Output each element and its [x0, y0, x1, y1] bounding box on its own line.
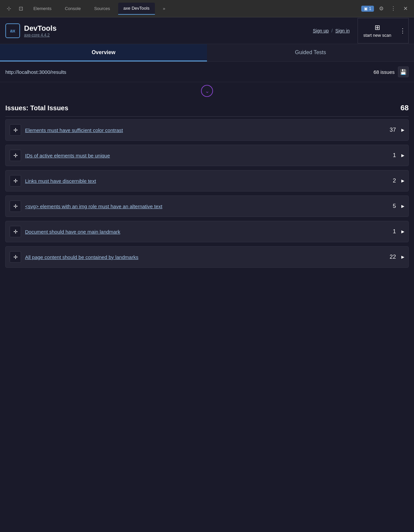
issue-icon-4: ✛: [10, 226, 21, 237]
tab-overview-label: Overview: [91, 49, 115, 55]
scan-label: start new scan: [363, 33, 391, 38]
issue-icon-2: ✛: [10, 175, 21, 186]
issue-icon-0: ✛: [10, 124, 21, 136]
issue-arrow-1: ▶: [401, 153, 404, 158]
issue-text-3: <svg> elements with an img role must hav…: [25, 203, 389, 210]
save-button[interactable]: 💾: [398, 66, 409, 77]
issue-count-2: 2: [393, 177, 396, 184]
issue-item-1[interactable]: ✛ IDs of active elements must be unique …: [5, 145, 409, 166]
app-header: ax DevTools axe-core 4.4.2 Sign up / Sig…: [0, 17, 414, 44]
issues-list: ✛ Elements must have sufficient color co…: [5, 117, 409, 274]
tab-overview[interactable]: Overview: [0, 44, 207, 61]
app-title: DevTools: [24, 24, 56, 33]
collapse-icon: ⌄: [205, 88, 209, 94]
collapse-area: ⌄: [0, 82, 414, 98]
issue-icon-5: ✛: [10, 251, 21, 263]
cursor-icon[interactable]: ⊹: [4, 4, 13, 13]
app-container: ax DevTools axe-core 4.4.2 Sign up / Sig…: [0, 17, 414, 532]
issues-title: Issues: Total Issues: [5, 104, 68, 112]
issues-header: Issues: Total Issues 68: [5, 98, 409, 117]
issue-item-0[interactable]: ✛ Elements must have sufficient color co…: [5, 119, 409, 141]
sign-up-link[interactable]: Sign up: [313, 28, 329, 33]
issue-count-4: 1: [393, 228, 396, 235]
header-more-button[interactable]: ⋮: [397, 18, 409, 43]
axe-icon-4: ✛: [13, 229, 18, 235]
issue-icon-1: ✛: [10, 150, 21, 161]
browser-badge: ▣ 1: [361, 6, 374, 12]
scan-icon: ⊞: [375, 23, 380, 31]
sign-in-link[interactable]: Sign in: [335, 28, 350, 33]
issue-text-1: IDs of active elements must be unique: [25, 152, 389, 159]
axe-icon-0: ✛: [13, 127, 18, 133]
issue-text-5: All page content should be contained by …: [25, 254, 386, 261]
issue-text-2: Links must have discernible text: [25, 177, 389, 184]
url-bar: http://localhost:3000/results 68 issues …: [0, 62, 414, 82]
logo-area: ax DevTools axe-core 4.4.2: [5, 23, 56, 38]
axe-icon-2: ✛: [13, 178, 18, 184]
issue-arrow-5: ▶: [401, 255, 404, 259]
issue-count-3: 5: [393, 203, 396, 210]
browser-tab-sources[interactable]: Sources: [89, 3, 116, 15]
issue-item-2[interactable]: ✛ Links must have discernible text 2 ▶: [5, 170, 409, 191]
browser-tab-console[interactable]: Console: [59, 3, 86, 15]
tab-guided-tests-label: Guided Tests: [295, 49, 326, 55]
chrome-controls: ⚙ ⋮ ✕: [377, 4, 410, 13]
close-button[interactable]: ✕: [401, 4, 410, 13]
issue-arrow-3: ▶: [401, 204, 404, 209]
current-url: http://localhost:3000/results: [5, 69, 66, 75]
issues-section: Issues: Total Issues 68 ✛ Elements must …: [0, 98, 414, 274]
issue-arrow-0: ▶: [401, 128, 404, 132]
gear-button[interactable]: ⚙: [377, 4, 386, 13]
badge-count: 1: [369, 6, 371, 11]
axe-icon-3: ✛: [13, 203, 18, 210]
issue-icon-3: ✛: [10, 201, 21, 212]
badge-icon: ▣: [364, 6, 368, 11]
auth-divider: /: [331, 28, 333, 33]
panels-icon[interactable]: ⊡: [16, 4, 25, 13]
browser-chrome: ⊹ ⊡ Elements Console Sources axe DevTool…: [0, 0, 414, 17]
logo-text-area: DevTools axe-core 4.4.2: [24, 24, 56, 37]
browser-tab-axe-devtools[interactable]: axe DevTools: [118, 3, 155, 15]
app-subtitle: axe-core 4.4.2: [24, 33, 56, 37]
save-icon: 💾: [400, 69, 407, 75]
issue-text-0: Elements must have sufficient color cont…: [25, 127, 386, 134]
start-new-scan-button[interactable]: ⊞ start new scan: [358, 18, 397, 43]
issues-total: 68: [401, 104, 409, 112]
tabs-bar: Overview Guided Tests: [0, 44, 414, 62]
issue-text-4: Document should have one main landmark: [25, 228, 389, 235]
more-icon: ⋮: [400, 27, 406, 34]
issue-count-5: 22: [390, 254, 396, 260]
auth-links: Sign up / Sign in: [313, 28, 350, 33]
collapse-button[interactable]: ⌄: [201, 85, 213, 97]
issue-item-3[interactable]: ✛ <svg> elements with an img role must h…: [5, 195, 409, 217]
issue-item-4[interactable]: ✛ Document should have one main landmark…: [5, 221, 409, 242]
browser-tab-more[interactable]: »: [158, 3, 171, 15]
browser-tab-elements[interactable]: Elements: [28, 3, 57, 15]
issue-count-0: 37: [390, 127, 396, 133]
issue-count-1: 1: [393, 152, 396, 159]
more-button[interactable]: ⋮: [389, 4, 398, 13]
logo-icon: ax: [5, 23, 20, 38]
tab-guided-tests[interactable]: Guided Tests: [207, 44, 414, 61]
issues-count-text: 68 issues: [374, 69, 395, 75]
issue-item-5[interactable]: ✛ All page content should be contained b…: [5, 246, 409, 268]
issue-arrow-2: ▶: [401, 178, 404, 183]
axe-icon-5: ✛: [13, 254, 18, 260]
issues-count-area: 68 issues 💾: [374, 66, 409, 77]
issue-arrow-4: ▶: [401, 229, 404, 234]
axe-icon-1: ✛: [13, 152, 18, 159]
